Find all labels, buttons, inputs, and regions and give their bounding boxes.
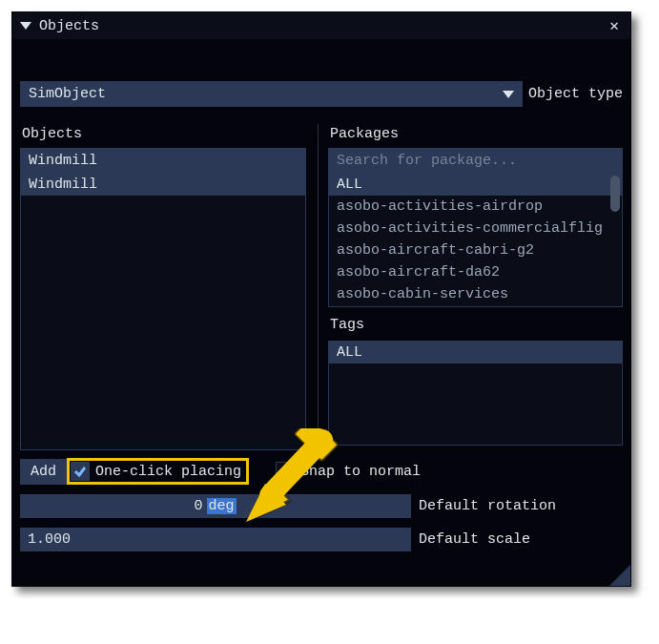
list-item[interactable]: Windmill	[21, 174, 305, 196]
objects-list[interactable]: Windmill	[20, 174, 306, 450]
titlebar: Objects ✕	[12, 12, 630, 39]
rotation-unit: deg	[207, 498, 237, 514]
list-item[interactable]: asobo-cabin-services	[329, 283, 622, 305]
object-type-label: Object type	[528, 86, 623, 102]
one-click-checkbox[interactable]	[71, 462, 90, 481]
rotation-value: 0	[28, 498, 207, 514]
chevron-down-icon	[503, 91, 514, 98]
object-type-value: SimObject	[29, 86, 106, 102]
list-item[interactable]: asobo-activities-airdrop	[329, 196, 622, 218]
list-item[interactable]: asobo-aircraft-da62	[329, 261, 622, 283]
scale-field[interactable]: 1.000	[20, 528, 411, 551]
rotation-field[interactable]: 0 deg	[20, 494, 411, 518]
packages-search-input[interactable]	[328, 148, 623, 174]
window-title: Objects	[39, 18, 606, 34]
collapse-icon[interactable]	[20, 22, 31, 30]
tags-heading: Tags	[328, 315, 623, 335]
rotation-label: Default rotation	[419, 498, 556, 514]
scale-value: 1.000	[28, 531, 71, 548]
snap-checkbox[interactable]	[276, 462, 295, 481]
list-item[interactable]: ALL	[329, 342, 622, 364]
list-item[interactable]: asobo-aircraft-cabri-g2	[329, 239, 622, 261]
tags-list[interactable]: ALL	[328, 341, 623, 446]
objects-panel: Objects ✕ SimObject Object type Objects …	[11, 11, 631, 587]
objects-heading: Objects	[20, 124, 306, 144]
scrollbar-thumb[interactable]	[610, 176, 620, 212]
resize-grip[interactable]	[609, 565, 630, 586]
close-icon[interactable]: ✕	[606, 16, 623, 35]
one-click-highlight: One-click placing	[67, 458, 249, 485]
snap-label: Snap to normal	[300, 464, 421, 480]
add-button[interactable]: Add	[20, 459, 67, 485]
packages-heading: Packages	[328, 124, 623, 144]
list-item[interactable]: ALL	[329, 174, 622, 196]
scale-label: Default scale	[419, 531, 530, 548]
objects-filter-input[interactable]	[20, 148, 306, 174]
one-click-label: One-click placing	[95, 464, 241, 480]
check-icon	[72, 464, 88, 479]
list-item[interactable]: asobo-activities-commercialflig	[329, 218, 622, 239]
object-type-select[interactable]: SimObject	[20, 81, 523, 107]
packages-list[interactable]: ALL asobo-activities-airdrop asobo-activ…	[328, 174, 623, 307]
